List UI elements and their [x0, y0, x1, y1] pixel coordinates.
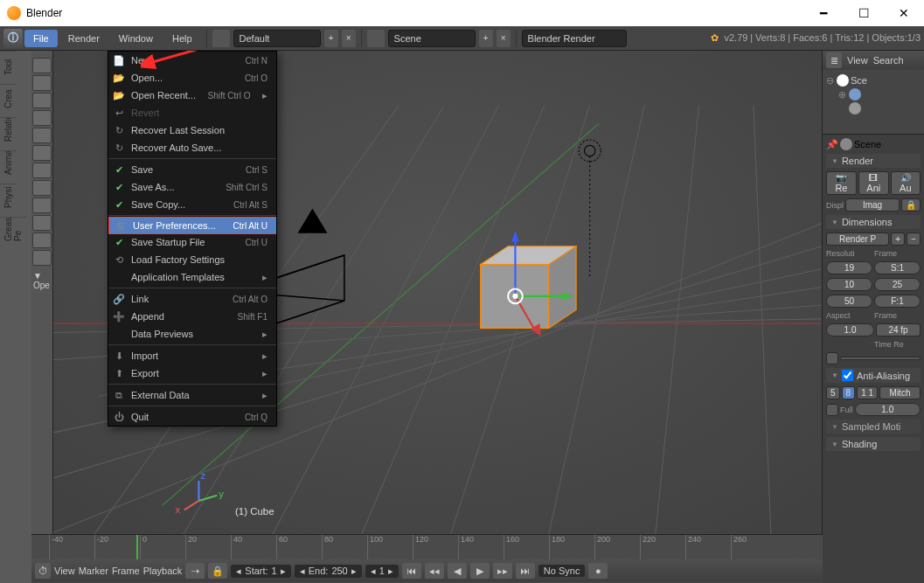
- outliner-view-menu[interactable]: View: [847, 55, 868, 66]
- tool-button[interactable]: [32, 128, 52, 143]
- aa-8-button[interactable]: 8: [842, 386, 856, 399]
- menu-data-previews[interactable]: Data Previews▸: [108, 325, 276, 343]
- panel-render[interactable]: Render: [826, 154, 921, 168]
- tool-button[interactable]: [32, 163, 52, 178]
- start-frame-field[interactable]: ◂Start: 1▸: [231, 565, 290, 578]
- scene-dropdown[interactable]: Scene: [388, 30, 476, 47]
- tool-button[interactable]: [32, 145, 52, 161]
- render-preset-dropdown[interactable]: Render P: [826, 233, 889, 246]
- scene-icon[interactable]: [367, 30, 385, 47]
- menu-external-data[interactable]: ⧉External Data▸: [108, 386, 276, 404]
- jump-start-button[interactable]: ⏮: [402, 563, 421, 579]
- tool-button[interactable]: [32, 110, 52, 126]
- resolution-y-field[interactable]: 10: [826, 278, 872, 291]
- tool-button[interactable]: [32, 75, 52, 91]
- tool-button[interactable]: [32, 233, 52, 248]
- menu-recover-last[interactable]: ↻Recover Last Session: [108, 121, 276, 139]
- menu-user-preferences[interactable]: ⚙User Preferences...Ctrl Alt U: [108, 217, 276, 234]
- tab-create[interactable]: Crea: [0, 84, 17, 117]
- pin-icon[interactable]: 📌: [826, 139, 838, 150]
- panel-antialiasing[interactable]: Anti-Aliasing: [826, 368, 921, 383]
- timeline-playback-menu[interactable]: Playback: [143, 566, 183, 576]
- time-remap-field[interactable]: [840, 357, 921, 360]
- menu-save[interactable]: ✔SaveCtrl S: [108, 161, 276, 178]
- resolution-x-field[interactable]: 19: [826, 261, 872, 274]
- tab-grease-pencil[interactable]: Grease Pe: [0, 217, 26, 250]
- tool-button[interactable]: [32, 180, 52, 196]
- tool-button[interactable]: [32, 250, 52, 266]
- lock-range-icon[interactable]: 🔒: [208, 563, 227, 579]
- lock-icon[interactable]: 🔒: [901, 198, 921, 212]
- menu-save-startup[interactable]: ✔Save Startup FileCtrl U: [108, 233, 276, 251]
- resolution-pct-field[interactable]: 50: [826, 295, 872, 308]
- render-anim-button[interactable]: 🎞Ani: [858, 171, 889, 195]
- outliner-item[interactable]: ⊕: [826, 87, 921, 101]
- timeline-view-menu[interactable]: View: [54, 566, 75, 576]
- screen-layout-dropdown[interactable]: Default: [233, 30, 321, 47]
- menu-load-factory[interactable]: ⟲Load Factory Settings: [108, 251, 276, 268]
- autokey-button[interactable]: ●: [588, 563, 608, 579]
- aa-filter-dropdown[interactable]: Mitch: [879, 386, 921, 399]
- outliner-editor-icon[interactable]: ≣: [826, 52, 842, 68]
- add-layout-button[interactable]: +: [324, 30, 338, 47]
- play-button[interactable]: ▶: [470, 563, 490, 579]
- play-reverse-button[interactable]: ◀: [448, 563, 467, 579]
- render-engine-dropdown[interactable]: Blender Render: [522, 30, 627, 47]
- tool-button[interactable]: [32, 58, 52, 73]
- tool-button[interactable]: [32, 198, 52, 213]
- aa-size-field[interactable]: 1.0: [855, 403, 921, 416]
- menu-open[interactable]: 📂Open...Ctrl O: [108, 69, 276, 87]
- tab-animation[interactable]: Animati: [0, 150, 17, 184]
- range-icon[interactable]: ⇢: [185, 563, 205, 579]
- keyframe-next-button[interactable]: ▸▸: [493, 563, 512, 579]
- render-button[interactable]: 📷Re: [826, 171, 857, 195]
- aspect-x-field[interactable]: 1.0: [826, 323, 874, 337]
- menu-open-recent[interactable]: 📂Open Recent...Shift Ctrl O▸: [108, 87, 276, 104]
- timeline-frame-menu[interactable]: Frame: [112, 566, 140, 576]
- maximize-button[interactable]: ☐: [844, 0, 884, 26]
- minimize-button[interactable]: ━: [803, 0, 844, 26]
- menu-new[interactable]: 📄NewCtrl N: [108, 52, 276, 69]
- fps-dropdown[interactable]: 24 fp: [876, 323, 921, 337]
- aa-checkbox[interactable]: [842, 370, 853, 381]
- panel-dimensions[interactable]: Dimensions: [826, 215, 921, 229]
- operator-panel-header[interactable]: ▼ Ope: [31, 267, 52, 294]
- outliner-search-menu[interactable]: Search: [873, 55, 904, 66]
- close-button[interactable]: ✕: [884, 0, 924, 26]
- frame-step-field[interactable]: F:1: [874, 295, 921, 308]
- frame-end-field[interactable]: 25: [874, 278, 921, 291]
- timeline-editor-icon[interactable]: ⏱: [35, 563, 51, 579]
- timeline-marker-menu[interactable]: Marker: [79, 566, 108, 576]
- border-checkbox[interactable]: [826, 352, 838, 364]
- tab-relations[interactable]: Relatio: [0, 117, 17, 150]
- tab-physics[interactable]: Physi: [0, 184, 17, 217]
- timeline-playhead[interactable]: [136, 535, 138, 559]
- remove-preset-button[interactable]: −: [907, 233, 921, 246]
- panel-shading[interactable]: Shading: [826, 437, 921, 451]
- current-frame-field[interactable]: ◂1▸: [365, 565, 399, 578]
- add-preset-button[interactable]: +: [891, 233, 905, 246]
- menu-save-as[interactable]: ✔Save As...Shift Ctrl S: [108, 178, 276, 196]
- tool-button[interactable]: [32, 93, 52, 108]
- aa-5-button[interactable]: 5: [826, 386, 840, 399]
- outliner-item[interactable]: [826, 101, 921, 115]
- end-frame-field[interactable]: ◂End: 250▸: [295, 565, 362, 578]
- menu-app-templates[interactable]: Application Templates▸: [108, 268, 276, 286]
- sync-dropdown[interactable]: No Sync: [538, 565, 586, 577]
- menu-append[interactable]: ➕AppendShift F1: [108, 308, 276, 325]
- outliner-item-scene[interactable]: ⊖Sce: [826, 73, 921, 87]
- menu-help[interactable]: Help: [163, 30, 201, 47]
- display-dropdown[interactable]: Imag: [845, 198, 900, 212]
- menu-recover-auto[interactable]: ↻Recover Auto Save...: [108, 139, 276, 156]
- info-editor-icon[interactable]: ⓘ: [3, 29, 23, 48]
- menu-link[interactable]: 🔗LinkCtrl Alt O: [108, 290, 276, 308]
- menu-render[interactable]: Render: [59, 30, 108, 47]
- panel-sampled-motion[interactable]: Sampled Moti: [826, 420, 921, 434]
- menu-save-copy[interactable]: ✔Save Copy...Ctrl Alt S: [108, 196, 276, 213]
- menu-export[interactable]: ⬆Export▸: [108, 364, 276, 382]
- delete-scene-button[interactable]: ×: [497, 30, 511, 47]
- keyframe-prev-button[interactable]: ◂◂: [425, 563, 444, 579]
- jump-end-button[interactable]: ⏭: [516, 563, 535, 579]
- tool-button[interactable]: [32, 215, 52, 231]
- tab-tools[interactable]: Tool: [0, 51, 17, 84]
